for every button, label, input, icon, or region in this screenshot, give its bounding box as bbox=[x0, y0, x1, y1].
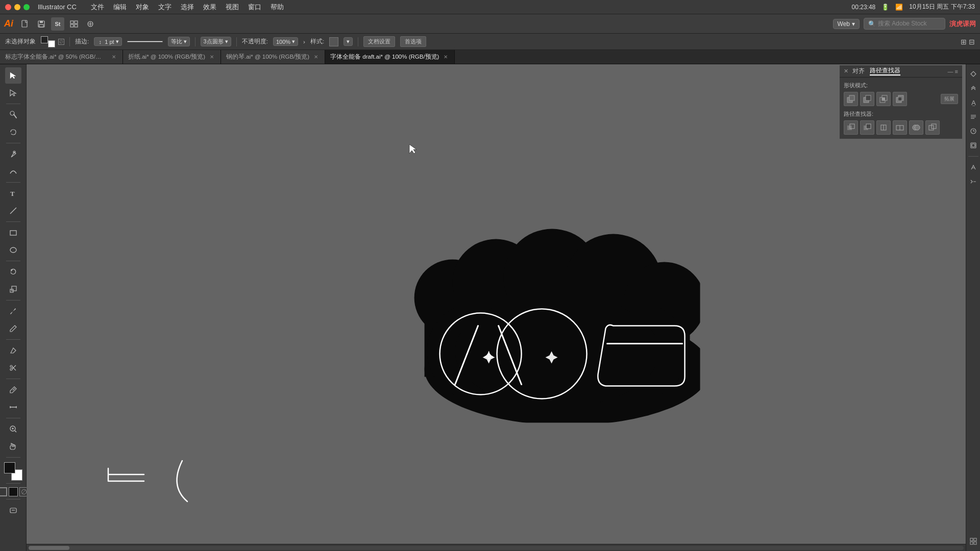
tool-eyedropper[interactable] bbox=[5, 382, 21, 398]
doc-setup-button[interactable]: 文档设置 bbox=[363, 36, 395, 47]
right-panel-icon-1[interactable] bbox=[968, 83, 979, 94]
distribute-icon[interactable]: ⊟ bbox=[969, 38, 975, 46]
menu-help[interactable]: 帮助 bbox=[266, 2, 288, 13]
right-panel-icon-grid[interactable] bbox=[968, 536, 979, 547]
pathfinder-tab[interactable]: 路径查找器 bbox=[870, 67, 900, 76]
shape-mode-exclude[interactable] bbox=[893, 92, 907, 106]
expand-button[interactable]: 拓展 bbox=[941, 94, 958, 104]
foreground-swatch[interactable] bbox=[4, 462, 15, 473]
panel-close[interactable]: ✕ bbox=[844, 68, 848, 74]
right-panel-icon-4[interactable] bbox=[968, 126, 979, 137]
svg-line-27 bbox=[15, 431, 16, 432]
menu-text[interactable]: 文字 bbox=[154, 2, 176, 13]
tool-line[interactable] bbox=[5, 203, 21, 219]
fill-swatch[interactable] bbox=[41, 36, 48, 43]
menu-select[interactable]: 选择 bbox=[177, 2, 198, 13]
right-panel-bottom bbox=[968, 536, 979, 547]
right-panel-icon-5[interactable] bbox=[968, 140, 979, 151]
view-toggle[interactable] bbox=[67, 17, 81, 31]
menu-view[interactable]: 视图 bbox=[222, 2, 243, 13]
pathfinder-btn-1[interactable] bbox=[860, 120, 874, 135]
pathfinder-btn-4[interactable] bbox=[909, 120, 923, 135]
panel-collapse[interactable]: — ≡ bbox=[948, 68, 958, 74]
tool-pen[interactable] bbox=[5, 146, 21, 162]
pathfinder-btn-0[interactable] bbox=[844, 120, 858, 135]
arrange-button[interactable] bbox=[84, 17, 97, 31]
fill-icon[interactable] bbox=[9, 487, 18, 496]
tab-1[interactable]: 折纸.ai* @ 100% (RGB/预览) ✕ bbox=[123, 50, 221, 64]
tool-ellipse[interactable] bbox=[5, 242, 21, 258]
tab-3[interactable]: 字体全能备 draft.ai* @ 100% (RGB/预览) ✕ bbox=[325, 50, 455, 64]
stroke-shape-dropdown[interactable]: 3点圆形 ▾ bbox=[201, 37, 231, 46]
maximize-button[interactable] bbox=[23, 4, 30, 10]
align-icon[interactable]: ⊞ bbox=[961, 38, 967, 46]
tool-zoom[interactable] bbox=[5, 421, 21, 437]
style-label: 样式: bbox=[310, 38, 324, 45]
tool-symbol[interactable] bbox=[5, 502, 21, 518]
tool-rectangle[interactable] bbox=[5, 224, 21, 241]
h-scrollbar-track[interactable] bbox=[29, 546, 964, 550]
tool-rotate[interactable] bbox=[5, 264, 21, 280]
right-panel-icon-7[interactable] bbox=[968, 176, 979, 187]
tab-0-close[interactable]: ✕ bbox=[110, 54, 117, 61]
canvas-area[interactable]: .main-shape { fill: #0a0a0a; } .white-st… bbox=[27, 64, 966, 544]
new-doc-button[interactable] bbox=[18, 17, 32, 31]
tool-hand[interactable] bbox=[5, 438, 21, 455]
save-button[interactable] bbox=[35, 17, 48, 31]
tool-scale[interactable] bbox=[5, 281, 21, 297]
svg-rect-77 bbox=[970, 542, 973, 544]
pathfinder-btn-3[interactable] bbox=[893, 120, 907, 135]
tab-2-close[interactable]: ✕ bbox=[312, 54, 320, 61]
stroke-swatch[interactable] bbox=[48, 40, 55, 47]
stroke-icon[interactable] bbox=[0, 487, 7, 496]
tool-measure[interactable] bbox=[5, 399, 21, 415]
tab-0[interactable]: 标志字体全能备.ai* @ 50% (RGB/预览) ✕ bbox=[0, 50, 123, 64]
opacity-dropdown[interactable]: 100% ▾ bbox=[273, 37, 298, 46]
workspace-dropdown[interactable]: Web ▾ bbox=[833, 19, 860, 29]
toolbar-right: Web ▾ 🔍 搜索 Adobe Stock 演虎课网 bbox=[833, 18, 976, 30]
color-swatches[interactable] bbox=[4, 462, 22, 481]
tool-eraser[interactable] bbox=[5, 342, 21, 359]
bottom-scrollbar[interactable] bbox=[27, 544, 966, 551]
close-button[interactable] bbox=[5, 4, 11, 10]
shape-mode-intersect[interactable] bbox=[876, 92, 891, 106]
preferences-button[interactable]: 首选项 bbox=[400, 36, 426, 47]
menu-edit[interactable]: 编辑 bbox=[109, 2, 131, 13]
tool-pencil[interactable] bbox=[5, 320, 21, 337]
tab-1-close[interactable]: ✕ bbox=[208, 54, 215, 61]
float-panels: ✕ 对齐 路径查找器 — ≡ 形状模式: bbox=[840, 65, 962, 139]
tab-3-close[interactable]: ✕ bbox=[442, 54, 449, 61]
site-watermark: 演虎课网 bbox=[949, 19, 976, 29]
shape-mode-add[interactable] bbox=[844, 92, 858, 106]
tool-magic-wand[interactable] bbox=[5, 107, 21, 123]
tool-lasso[interactable] bbox=[5, 124, 21, 140]
align-tab[interactable]: 对齐 bbox=[852, 67, 865, 75]
tool-direct-select[interactable] bbox=[5, 85, 21, 101]
st-button[interactable]: St bbox=[51, 17, 64, 31]
search-bar[interactable]: 🔍 搜索 Adobe Stock bbox=[864, 18, 945, 30]
shape-mode-subtract[interactable] bbox=[860, 92, 874, 106]
stroke-type-dropdown[interactable]: 等比 ▾ bbox=[168, 37, 190, 46]
menu-effect[interactable]: 效果 bbox=[199, 2, 220, 13]
tool-brush[interactable] bbox=[5, 303, 21, 319]
tab-2[interactable]: 钢的琴.ai* @ 100% (RGB/预览) ✕ bbox=[221, 50, 325, 64]
none-swatch[interactable]: ∅ bbox=[58, 39, 64, 45]
h-scrollbar-thumb[interactable] bbox=[29, 546, 69, 550]
tool-select[interactable] bbox=[5, 67, 21, 84]
pathfinder-btn-5[interactable] bbox=[925, 120, 940, 135]
pathfinder-label: 路径查找器: bbox=[844, 110, 958, 118]
tool-curvature[interactable] bbox=[5, 163, 21, 180]
menu-window[interactable]: 窗口 bbox=[244, 2, 265, 13]
stroke-weight-dropdown[interactable]: ↕ 1 pt ▾ bbox=[94, 37, 121, 46]
right-panel-icon-3[interactable] bbox=[968, 111, 979, 122]
pathfinder-btn-2[interactable] bbox=[876, 120, 891, 135]
right-panel-icon-2[interactable]: A̤ bbox=[968, 97, 979, 108]
menu-object[interactable]: 对象 bbox=[132, 2, 153, 13]
style-dropdown[interactable]: ▾ bbox=[344, 37, 353, 46]
tool-scissors[interactable] bbox=[5, 360, 21, 376]
minimize-button[interactable] bbox=[14, 4, 20, 10]
menu-file[interactable]: 文件 bbox=[87, 2, 108, 13]
right-panel-icon-6[interactable] bbox=[968, 162, 979, 173]
tool-type[interactable]: T bbox=[5, 185, 21, 202]
right-panel-icon-0[interactable] bbox=[968, 68, 979, 80]
